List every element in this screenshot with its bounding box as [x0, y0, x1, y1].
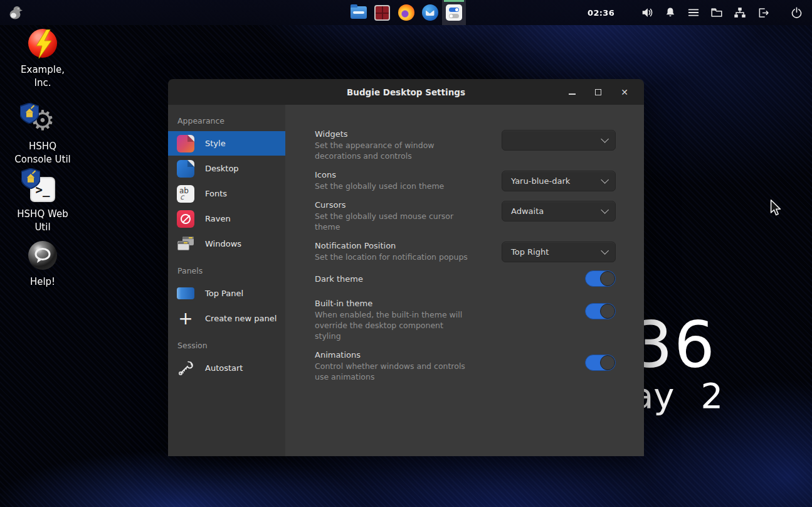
plus-icon: +: [177, 310, 194, 328]
desktop-icon-label: HSHQ Console Util: [14, 140, 71, 166]
section-header-panels: Panels: [168, 261, 285, 281]
setting-description: When enabled, the built-in theme will ov…: [315, 309, 472, 341]
sidebar-item-windows[interactable]: Windows: [168, 232, 285, 256]
setting-title: Notification Position: [315, 240, 472, 251]
wrench-icon: [177, 360, 194, 377]
thunderbird-icon: [422, 4, 438, 21]
notification-position-dropdown[interactable]: Top Right: [502, 242, 616, 262]
titlebar[interactable]: Budgie Desktop Settings ✕: [168, 79, 644, 105]
budgie-settings-launcher[interactable]: [442, 0, 466, 25]
section-header-session: Session: [168, 336, 285, 356]
sidebar-item-desktop[interactable]: Desktop: [168, 156, 285, 181]
lightning-ball-icon: [28, 28, 57, 58]
widgets-dropdown[interactable]: [502, 130, 616, 151]
desktop-icon: [177, 160, 194, 178]
close-button[interactable]: ✕: [614, 83, 635, 102]
desktop-clock-date: ay2: [632, 378, 723, 414]
sidebar-item-style[interactable]: Style: [168, 131, 285, 156]
desktop-icon-label: HSHQ Web Util: [17, 208, 68, 234]
setting-title: Icons: [315, 169, 472, 180]
file-manager-icon: [351, 6, 367, 19]
setting-title: Cursors: [315, 200, 472, 210]
sidebar-item-raven[interactable]: Raven: [168, 206, 285, 231]
places-folder-icon[interactable]: [710, 6, 724, 19]
setting-row-animations: Animations Control whether windows and c…: [315, 350, 616, 382]
network-icon[interactable]: [733, 6, 747, 19]
desktop-clock-widget: 36 ay2: [632, 312, 723, 414]
top-panel-icon: [177, 285, 194, 302]
dark-theme-toggle[interactable]: [585, 270, 616, 287]
cursors-dropdown[interactable]: Adwaita: [502, 201, 616, 221]
chevron-down-icon: [601, 176, 609, 184]
section-header-appearance: Appearance: [168, 111, 285, 131]
setting-row-built-in-theme: Built-in theme When enabled, the built-i…: [315, 298, 616, 341]
logout-icon[interactable]: [756, 6, 770, 19]
sidebar-item-top-panel[interactable]: Top Panel: [168, 281, 285, 306]
settings-sidebar: Appearance Style Desktop Fonts Raven Win…: [168, 105, 285, 456]
maximize-icon: [595, 89, 601, 95]
setting-row-cursors: Cursors Set the globally used mouse curs…: [315, 200, 616, 232]
desktop-icon-help[interactable]: Help!: [4, 240, 81, 289]
setting-description: Set the location for notification popups: [315, 252, 472, 262]
minimize-icon: [569, 93, 576, 95]
raven-icon: [177, 210, 194, 228]
chat-bubble-icon: [28, 240, 57, 270]
minimize-button[interactable]: [561, 83, 583, 102]
desktop-icon-hshq-web-util[interactable]: >_ HSHQ Web Util: [4, 172, 81, 234]
chevron-down-icon: [601, 206, 609, 214]
setting-description: Set the globally used mouse cursor theme: [315, 211, 472, 232]
file-manager-launcher[interactable]: [347, 0, 371, 25]
desktop-icon-label: Help!: [30, 275, 55, 289]
gear-shield-icon: ⚙: [30, 104, 55, 134]
desktop-clock-time: 36: [632, 312, 723, 378]
notifications-bell-icon[interactable]: [663, 6, 677, 19]
panel-clock[interactable]: 02:36: [588, 8, 614, 18]
setting-description: Set the globally used icon theme: [315, 181, 472, 191]
window-title: Budgie Desktop Settings: [347, 87, 465, 97]
setting-title: Dark theme: [315, 274, 472, 284]
mouse-cursor: [770, 200, 784, 218]
terminal-shield-icon: >_: [30, 172, 55, 202]
firefox-launcher[interactable]: [394, 0, 418, 25]
setting-row-dark-theme: Dark theme: [315, 270, 616, 287]
firefox-icon: [398, 4, 414, 21]
volume-icon[interactable]: [640, 6, 654, 19]
sidebar-item-autostart[interactable]: Autostart: [168, 356, 285, 380]
chevron-down-icon: [601, 135, 609, 143]
red-terminal-icon: [374, 5, 390, 21]
budgie-menu-icon[interactable]: [4, 0, 28, 25]
setting-row-notification-position: Notification Position Set the location f…: [315, 240, 616, 262]
red-terminal-launcher[interactable]: [371, 0, 394, 25]
thunderbird-launcher[interactable]: [418, 0, 442, 25]
maximize-button[interactable]: [588, 83, 609, 102]
top-panel: 02:36: [0, 0, 812, 25]
built-in-theme-toggle[interactable]: [585, 303, 616, 319]
setting-row-widgets: Widgets Set the appearance of window dec…: [315, 129, 616, 161]
animations-toggle[interactable]: [585, 355, 616, 371]
style-icon: [177, 135, 194, 152]
budgie-desktop-settings-window: Budgie Desktop Settings ✕ Appearance Sty…: [168, 79, 644, 456]
budgie-settings-icon: [446, 4, 462, 21]
desktop-icon-hshq-console-util[interactable]: ⚙ HSHQ Console Util: [4, 104, 81, 166]
chevron-down-icon: [601, 247, 609, 255]
setting-title: Built-in theme: [315, 298, 472, 309]
setting-description: Control whether windows and controls use…: [315, 361, 472, 382]
close-icon: ✕: [621, 88, 628, 97]
windows-icon: [177, 235, 194, 253]
icons-dropdown[interactable]: Yaru-blue-dark: [502, 171, 616, 191]
style-settings-pane: Widgets Set the appearance of window dec…: [285, 105, 644, 456]
desktop-icon-label: Example, Inc.: [21, 63, 65, 90]
sidebar-item-create-new-panel[interactable]: + Create new panel: [168, 306, 285, 331]
fonts-icon: [177, 185, 194, 203]
desktop-icon-example-inc[interactable]: Example, Inc.: [4, 28, 81, 90]
setting-description: Set the appearance of window decorations…: [315, 140, 472, 161]
setting-title: Widgets: [315, 129, 472, 139]
sidebar-item-fonts[interactable]: Fonts: [168, 181, 285, 206]
setting-title: Animations: [315, 350, 472, 360]
power-icon[interactable]: [789, 6, 803, 19]
setting-row-icons: Icons Set the globally used icon theme Y…: [315, 169, 616, 191]
app-menu-icon[interactable]: [687, 6, 700, 19]
